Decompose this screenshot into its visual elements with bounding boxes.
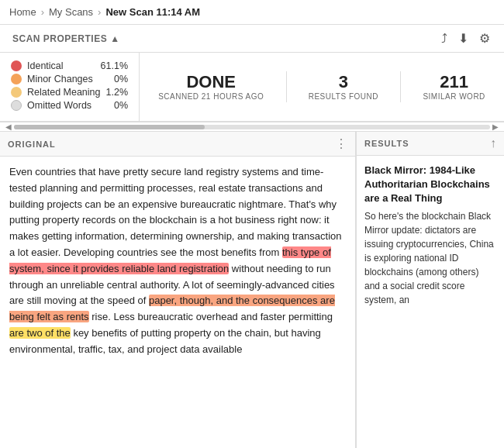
legend-pct-related: 1.2% xyxy=(106,87,129,98)
stats-panel: DONE SCANNED 21 HOURS AGO 3 RESULTS FOUN… xyxy=(140,53,504,121)
stat-scanned-label: SCANNED 21 HOURS AGO xyxy=(158,92,264,101)
stat-similar-count: 211 xyxy=(423,73,485,91)
scan-properties-bar: SCAN PROPERTIES ▲ ⤴ ⬇ ⚙ xyxy=(0,25,504,53)
share-icon: ⤴ xyxy=(441,32,447,45)
original-panel-body[interactable]: Even countries that have pretty secure l… xyxy=(0,157,355,448)
original-text: Even countries that have pretty secure l… xyxy=(9,164,346,358)
legend-identical: Identical 61.1% xyxy=(11,60,128,71)
stat-divider-2 xyxy=(400,71,401,102)
stat-status-value: DONE xyxy=(158,73,264,91)
results-panel-title: RESULTS xyxy=(364,139,409,148)
settings-button[interactable]: ⚙ xyxy=(478,29,492,47)
original-text-p3: rise. Less bureaucratic overhead and fas… xyxy=(89,311,333,322)
stat-results-label: RESULTS FOUND xyxy=(309,92,378,101)
result-title[interactable]: Black Mirror: 1984-Like Authoritarian Bl… xyxy=(364,164,496,206)
original-panel: ORIGINAL ⋮ Even countries that have pret… xyxy=(0,132,357,448)
scroll-right-arrow[interactable]: ▶ xyxy=(490,122,501,131)
legend-dot-identical xyxy=(11,60,22,71)
legend-label-identical: Identical xyxy=(27,60,64,71)
breadcrumb-sep1: › xyxy=(41,6,44,18)
legend-dot-omitted xyxy=(11,100,22,111)
legend-panel: Identical 61.1% Minor Changes 0% Related… xyxy=(0,53,140,121)
legend-omitted-words: Omitted Words 0% xyxy=(11,100,128,111)
results-panel-body[interactable]: Black Mirror: 1984-Like Authoritarian Bl… xyxy=(357,156,504,448)
breadcrumb-home[interactable]: Home xyxy=(9,6,36,18)
legend-label-minor: Minor Changes xyxy=(27,74,93,84)
stat-similar-label: SIMILAR WORD xyxy=(423,92,485,101)
legend-dot-minor xyxy=(11,74,22,84)
main-content: ORIGINAL ⋮ Even countries that have pret… xyxy=(0,132,504,448)
scroll-track[interactable] xyxy=(14,125,490,129)
scan-props-text: SCAN PROPERTIES xyxy=(12,33,107,44)
stat-status: DONE SCANNED 21 HOURS AGO xyxy=(158,73,264,100)
horizontal-scroll-row[interactable]: ◀ ▶ xyxy=(0,122,504,132)
legend-pct-minor: 0% xyxy=(114,74,128,84)
breadcrumb-current: New Scan 11:14 AM xyxy=(105,6,200,18)
download-icon: ⬇ xyxy=(458,32,468,45)
legend-label-related: Related Meaning xyxy=(27,87,101,98)
stat-results-count: 3 xyxy=(309,73,378,91)
legend-minor-changes: Minor Changes 0% xyxy=(11,74,128,84)
original-panel-header: ORIGINAL ⋮ xyxy=(0,132,355,157)
scan-props-icons: ⤴ ⬇ ⚙ xyxy=(440,29,492,47)
stat-divider-1 xyxy=(286,71,287,102)
gear-icon: ⚙ xyxy=(479,32,490,45)
stat-similar: 211 SIMILAR WORD xyxy=(423,73,485,100)
stat-results: 3 RESULTS FOUND xyxy=(309,73,378,100)
results-sort-icon[interactable]: ↑ xyxy=(490,136,496,150)
breadcrumb-my-scans[interactable]: My Scans xyxy=(49,6,93,18)
stats-bar: Identical 61.1% Minor Changes 0% Related… xyxy=(0,53,504,122)
share-button[interactable]: ⤴ xyxy=(440,30,449,47)
download-button[interactable]: ⬇ xyxy=(457,29,470,47)
original-text-hl3: are two of the xyxy=(9,327,71,339)
results-panel-header: RESULTS ↑ xyxy=(357,132,504,156)
scan-props-chevron: ▲ xyxy=(110,33,119,44)
scroll-thumb xyxy=(14,125,205,129)
original-text-p1: Even countries that have pretty secure l… xyxy=(9,166,342,258)
original-panel-title: ORIGINAL xyxy=(8,140,56,149)
legend-label-omitted: Omitted Words xyxy=(27,100,91,111)
results-panel: RESULTS ↑ Black Mirror: 1984-Like Author… xyxy=(357,132,504,448)
scan-properties-label[interactable]: SCAN PROPERTIES ▲ xyxy=(12,33,120,44)
result-body-text: So here's the blockchain Black Mirror up… xyxy=(364,209,496,307)
scroll-left-arrow[interactable]: ◀ xyxy=(3,122,14,131)
breadcrumb: Home › My Scans › New Scan 11:14 AM xyxy=(0,0,504,25)
legend-pct-identical: 61.1% xyxy=(101,60,128,71)
legend-dot-related xyxy=(11,87,22,98)
legend-pct-omitted: 0% xyxy=(114,100,128,111)
breadcrumb-sep2: › xyxy=(98,6,101,18)
result-body-pre: So here's the blockchain Black Mirror up… xyxy=(364,211,494,305)
legend-related-meaning: Related Meaning 1.2% xyxy=(11,87,128,98)
original-panel-menu-icon[interactable]: ⋮ xyxy=(335,136,347,151)
